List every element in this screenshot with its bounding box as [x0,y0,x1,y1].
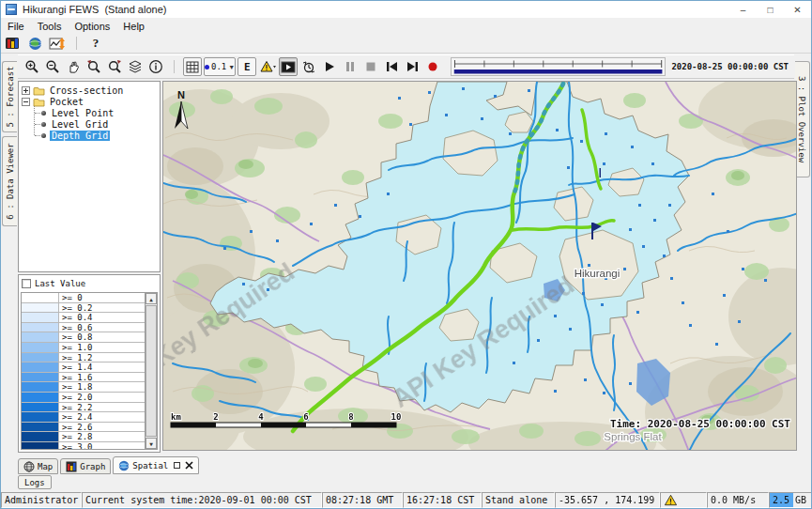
maximize-button[interactable]: □ [757,1,784,18]
menu-file[interactable]: File [1,21,31,32]
map-canvas[interactable]: > [163,82,797,451]
title-bar: Hikurangi FEWS (Stand alone) – □ ✕ [1,1,811,18]
scroll-thumb[interactable] [146,305,157,437]
legend-row: >= 3.0 [22,442,145,449]
status-system-time: Current system time:2020-09-01 00:00 CST [82,492,322,508]
record-button[interactable] [423,57,442,76]
legend-row: >= 2.4 [22,412,145,423]
zoom-next-icon[interactable] [105,57,124,76]
legend-row: >= 0.8 [22,332,145,343]
tab-forecast[interactable]: 5 : Forecast [2,61,17,132]
info-icon[interactable] [146,57,165,76]
status-user: Administrator [1,492,82,508]
town-label: Hikurangi [575,268,620,279]
legend-row: >= 0.4 [22,313,145,323]
stop-button[interactable] [361,57,380,76]
step-back-button[interactable] [382,57,401,76]
tab-plot-overview[interactable]: 3 : Plot Overview [795,61,810,177]
legend-color-swatch [22,432,59,441]
legend-row: >= 1.0 [22,343,145,353]
grid-display-button[interactable] [183,57,202,76]
svg-text:N: N [177,89,185,100]
legend-color-swatch [22,442,59,449]
svg-text:6: 6 [303,412,308,422]
legend-row: >= 2.6 [22,423,145,433]
play-button[interactable] [320,57,339,76]
pan-hand-icon[interactable] [64,57,83,76]
legend-class-label: >= 1.6 [59,373,93,382]
chevron-down-icon: ▼ [228,64,235,70]
legend-class-label: >= 0.4 [59,313,93,322]
database-viewer-icon[interactable] [1,35,23,53]
legend-class-label: >= 2.4 [59,412,93,422]
animation-settings-icon[interactable] [299,57,318,76]
toolbar-separator [174,60,175,73]
pause-button[interactable] [341,57,360,76]
svg-text:4: 4 [258,412,264,422]
tab-spatial[interactable]: Spatial [113,456,199,474]
legend-scrollbar[interactable]: ▲ ▼ [145,293,157,449]
help-button[interactable]: ? [84,35,107,53]
tab-map-label: Map [38,462,53,471]
help-icon: ? [93,36,100,51]
zoom-previous-icon[interactable] [84,57,103,76]
legend-row: >= 2.8 [22,432,145,442]
legend-color-swatch [22,412,59,422]
layers-tree: Cross-section Pocket Level Point Level G… [18,81,161,272]
status-local-time: 16:27:18 CST [403,492,482,508]
collapse-icon[interactable] [22,98,30,106]
legend-class-label: >= 0.2 [59,303,93,313]
layers-icon[interactable] [126,57,145,76]
time-slider[interactable] [451,57,666,76]
legend-class-label: >= 0 [59,293,83,302]
zoom-out-icon[interactable] [43,57,62,76]
blue-globe-icon [118,460,130,471]
tab-graph-label: Graph [80,462,105,471]
zoom-in-icon[interactable] [23,57,41,76]
layer-bullet-icon [41,122,46,127]
last-value-checkbox[interactable] [22,279,31,288]
legend-row: >= 0 [22,293,145,303]
timeseries-dialog-icon[interactable] [46,35,69,53]
legend-color-swatch [22,332,59,342]
legend-row: >= 0.6 [22,323,145,333]
scroll-up-icon[interactable]: ▲ [146,293,157,304]
toolbar-separator [76,37,77,50]
tab-graph[interactable]: Graph [60,458,111,474]
legend-color-swatch [22,362,59,372]
tree-item-pocket[interactable]: Pocket [21,96,160,107]
tree-item-level-grid[interactable]: Level Grid [29,118,160,130]
tab-data-viewer[interactable]: 6 : Data Viewer [2,136,17,226]
isolines-button[interactable]: E [237,57,256,76]
tab-close-icon[interactable] [185,461,193,470]
tree-item-level-point[interactable]: Level Point [29,107,160,118]
map-view[interactable]: > [162,81,797,451]
step-forward-button[interactable] [403,57,421,76]
tree-item-depth-grid[interactable]: Depth Grid [29,130,160,141]
tree-item-cross-section[interactable]: Cross-section [21,85,160,96]
status-warning-cell[interactable] [660,492,707,508]
classbreak-dot-icon [205,65,209,69]
map-globe-icon[interactable] [23,35,46,53]
menu-tools[interactable]: Tools [31,21,69,32]
application-window: Hikurangi FEWS (Stand alone) – □ ✕ File … [0,0,812,509]
close-button[interactable]: ✕ [784,1,811,18]
tab-map[interactable]: Map [18,458,58,474]
tab-restore-icon[interactable] [174,462,180,469]
menu-help[interactable]: Help [116,21,151,32]
logs-button[interactable]: Logs [18,475,52,489]
map-time-label: Time: 2020-08-25 00:00:00 CST [610,418,790,430]
animation-mode-button[interactable] [279,57,298,76]
legend-color-swatch [22,423,59,432]
expand-icon[interactable] [22,86,30,95]
legend-class-label: >= 0.6 [59,323,93,332]
minimize-button[interactable]: – [729,1,757,18]
legend-panel: Last Value >= 0 >= 0.2 [18,274,161,453]
tab-spatial-label: Spatial [132,461,168,470]
menu-bar: File Tools Options Help [1,18,811,34]
scroll-down-icon[interactable]: ▼ [146,438,157,449]
thresholds-dropdown[interactable] [258,57,277,76]
classbreaks-dropdown[interactable]: 0.1 ▼ [204,57,236,76]
legend-row: >= 1.4 [22,362,145,373]
menu-options[interactable]: Options [68,21,116,32]
